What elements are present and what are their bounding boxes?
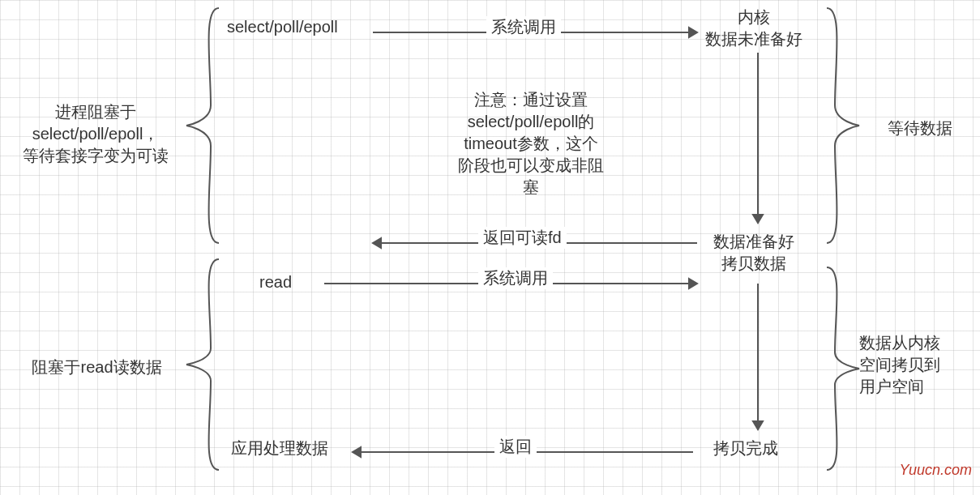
- arrow-kernel-wait-icon: [750, 53, 766, 223]
- svg-marker-5: [689, 279, 697, 288]
- col1-mid: read: [259, 271, 292, 293]
- col1-bottom: 应用处理数据: [231, 437, 328, 459]
- left-brace-2-label: 阻塞于read读数据: [10, 356, 184, 378]
- center-note: 注意：通过设置 select/poll/epoll的 timeout参数，这个 …: [430, 89, 632, 198]
- svg-marker-1: [689, 28, 697, 37]
- arrow-syscall-1-label: 系统调用: [486, 16, 561, 38]
- watermark: Yuucn.com: [900, 462, 972, 479]
- right-brace-2-label: 数据从内核 空间拷贝到 用户空间: [859, 332, 980, 398]
- svg-marker-9: [753, 215, 763, 223]
- arrow-kernel-copy-icon: [750, 284, 766, 429]
- col1-top: select/poll/epoll: [227, 16, 338, 38]
- svg-marker-11: [753, 421, 763, 429]
- col2-bottom: 拷贝完成: [713, 437, 778, 459]
- left-brace-1-label: 进程阻塞于 select/poll/epoll， 等待套接字变为可读: [6, 101, 185, 167]
- diagram-canvas: 进程阻塞于 select/poll/epoll， 等待套接字变为可读 阻塞于re…: [0, 0, 980, 495]
- arrow-syscall-2-label: 系统调用: [478, 267, 553, 289]
- col2-mid: 数据准备好 拷贝数据: [713, 231, 794, 275]
- right-brace-1-label: 等待数据: [863, 117, 977, 139]
- left-brace-1-icon: [186, 8, 219, 243]
- left-brace-2-icon: [186, 259, 219, 470]
- col2-top: 内核 数据未准备好: [705, 6, 802, 50]
- right-brace-2-icon: [827, 267, 859, 470]
- arrow-returnfd-label: 返回可读fd: [478, 227, 567, 249]
- svg-marker-7: [353, 447, 361, 457]
- svg-marker-3: [373, 238, 381, 248]
- right-brace-1-icon: [827, 8, 859, 243]
- arrow-return-label: 返回: [494, 436, 537, 458]
